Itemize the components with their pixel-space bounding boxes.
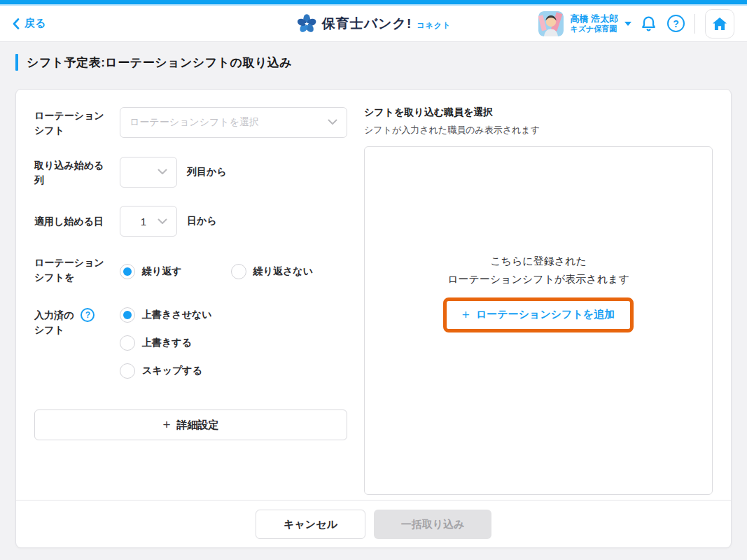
add-rotation-shift-label: ローテーションシフトを追加 bbox=[476, 308, 615, 321]
radio-no-overwrite-label: 上書きさせない bbox=[142, 309, 212, 321]
start-day-select[interactable]: 1 bbox=[120, 206, 177, 237]
empty-state-text: こちらに登録された ローテーションシフトが表示されます bbox=[365, 252, 712, 289]
cancel-button[interactable]: キャンセル bbox=[256, 510, 365, 539]
radio-no-overwrite[interactable]: 上書きさせない bbox=[120, 307, 212, 323]
radio-overwrite-label: 上書きする bbox=[142, 337, 192, 349]
app-header: 戻る 保育士バンク! コネクト bbox=[0, 6, 747, 42]
start-column-select[interactable] bbox=[120, 157, 177, 188]
flower-logo-icon bbox=[296, 13, 317, 34]
plus-icon: + bbox=[462, 307, 470, 323]
start-column-suffix: 列目から bbox=[187, 166, 227, 178]
radio-overwrite[interactable]: 上書きする bbox=[120, 335, 212, 351]
bulk-import-button[interactable]: 一括取り込み bbox=[374, 510, 491, 539]
panel-body: ローテーション シフト ローテーションシフトを選択 取り込み始める 列 bbox=[16, 90, 731, 500]
avatar[interactable] bbox=[538, 11, 564, 36]
annotation-highlight-box: + ローテーションシフトを追加 bbox=[443, 298, 634, 332]
user-name: 高橋 浩太郎 bbox=[570, 13, 618, 24]
rotation-shift-label: ローテーション シフト bbox=[34, 106, 120, 138]
plus-icon: + bbox=[162, 417, 170, 433]
question-mark-icon: ? bbox=[85, 310, 90, 320]
help-button[interactable]: ? bbox=[667, 15, 685, 32]
start-day-suffix: 日から bbox=[187, 215, 217, 227]
form-row-repeat: ローテーション シフトを 繰り返す 繰り返さない bbox=[34, 253, 347, 285]
repeat-label: ローテーション シフトを bbox=[34, 253, 120, 285]
back-button[interactable]: 戻る bbox=[13, 17, 46, 30]
empty-state-line2: ローテーションシフトが表示されます bbox=[365, 270, 712, 288]
app-logo[interactable]: 保育士バンク! コネクト bbox=[296, 13, 452, 34]
start-column-label: 取り込み始める 列 bbox=[34, 156, 120, 188]
bell-icon bbox=[640, 15, 657, 33]
user-menu[interactable]: 高橋 浩太郎 キズナ保育園 bbox=[570, 13, 618, 34]
detail-settings-button[interactable]: + 詳細設定 bbox=[34, 410, 347, 440]
radio-selected-icon bbox=[120, 307, 135, 323]
radio-skip[interactable]: スキップする bbox=[120, 363, 212, 379]
form-row-start-column: 取り込み始める 列 列目から bbox=[34, 156, 347, 188]
title-accent-bar bbox=[15, 54, 18, 71]
form-row-start-day: 適用し始める日 1 日から bbox=[34, 206, 347, 237]
panel-footer: キャンセル 一括取り込み bbox=[16, 500, 731, 548]
radio-selected-icon bbox=[120, 264, 135, 279]
rotation-shift-placeholder: ローテーションシフトを選択 bbox=[130, 116, 259, 129]
staff-selection-subtitle: シフトが入力された職員のみ表示されます bbox=[364, 124, 713, 136]
chevron-down-icon bbox=[158, 169, 167, 175]
page-title-row: シフト予定表:ローテーションシフトの取り込み bbox=[15, 53, 732, 71]
existing-shift-help-button[interactable]: ? bbox=[81, 308, 95, 322]
rotation-shift-select[interactable]: ローテーションシフトを選択 bbox=[120, 107, 347, 138]
radio-unselected-icon bbox=[120, 363, 135, 379]
avatar-illustration bbox=[538, 11, 564, 36]
existing-shift-label: 入力済の シフト bbox=[34, 306, 74, 337]
radio-unselected-icon bbox=[120, 335, 135, 351]
add-rotation-shift-button[interactable]: + ローテーションシフトを追加 bbox=[462, 307, 615, 323]
start-day-value: 1 bbox=[130, 216, 158, 227]
chevron-left-icon bbox=[13, 18, 20, 29]
user-org: キズナ保育園 bbox=[570, 24, 618, 34]
staff-selection-section: シフトを取り込む職員を選択 シフトが入力された職員のみ表示されます こちらに登録… bbox=[364, 106, 713, 500]
form-row-rotation-shift: ローテーション シフト ローテーションシフトを選択 bbox=[34, 106, 347, 138]
chevron-down-icon bbox=[158, 218, 167, 225]
detail-settings-label: 詳細設定 bbox=[177, 419, 219, 432]
header-actions: 高橋 浩太郎 キズナ保育園 ? bbox=[538, 9, 734, 38]
empty-state-line1: こちらに登録された bbox=[365, 252, 712, 270]
question-mark-icon: ? bbox=[673, 18, 679, 29]
rotation-import-panel: ローテーション シフト ローテーションシフトを選択 取り込み始める 列 bbox=[15, 89, 732, 548]
form-row-existing-shift: 入力済の シフト ? 上書きさせない 上書きする bbox=[34, 306, 347, 379]
back-label: 戻る bbox=[25, 17, 46, 30]
header-divider bbox=[694, 14, 695, 34]
radio-repeat-no-label: 繰り返さない bbox=[253, 265, 313, 278]
radio-repeat-no[interactable]: 繰り返さない bbox=[231, 264, 313, 279]
user-menu-caret-icon[interactable] bbox=[624, 22, 631, 26]
home-icon bbox=[712, 17, 727, 31]
radio-unselected-icon bbox=[231, 264, 246, 279]
chevron-down-icon bbox=[328, 119, 337, 125]
import-settings-form: ローテーション シフト ローテーションシフトを選択 取り込み始める 列 bbox=[34, 106, 347, 500]
staff-selection-title: シフトを取り込む職員を選択 bbox=[364, 106, 713, 119]
radio-repeat-yes[interactable]: 繰り返す bbox=[120, 264, 182, 279]
logo-title: 保育士バンク! bbox=[322, 15, 412, 33]
radio-repeat-yes-label: 繰り返す bbox=[142, 265, 182, 278]
home-button[interactable] bbox=[705, 9, 734, 38]
notifications-button[interactable] bbox=[640, 15, 657, 33]
staff-list-panel: こちらに登録された ローテーションシフトが表示されます + ローテーションシフト… bbox=[364, 146, 713, 495]
page-title: シフト予定表:ローテーションシフトの取り込み bbox=[27, 55, 292, 71]
logo-badge: コネクト bbox=[417, 20, 451, 31]
radio-skip-label: スキップする bbox=[142, 365, 202, 377]
start-day-label: 適用し始める日 bbox=[34, 206, 120, 237]
